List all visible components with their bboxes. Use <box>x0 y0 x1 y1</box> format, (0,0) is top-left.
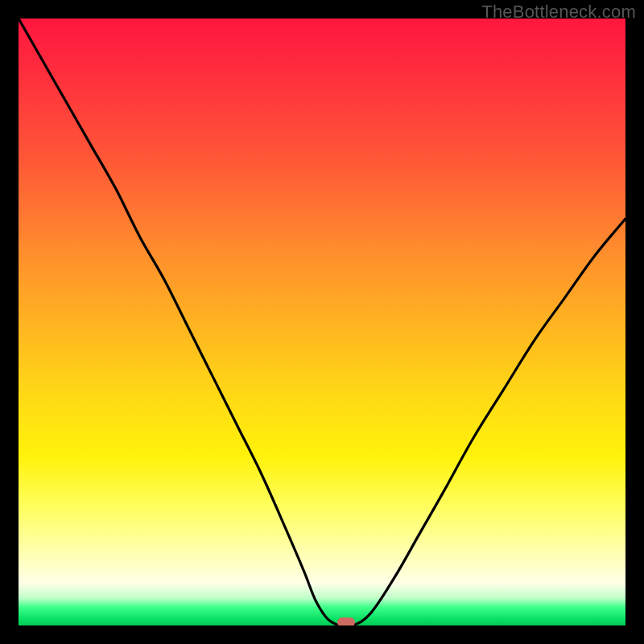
attribution-text: TheBottleneck.com <box>481 2 636 23</box>
curve-path <box>19 19 625 625</box>
chart-frame: TheBottleneck.com <box>0 0 644 644</box>
minimum-marker <box>337 617 355 625</box>
bottleneck-curve <box>19 19 625 625</box>
plot-area <box>19 19 625 625</box>
